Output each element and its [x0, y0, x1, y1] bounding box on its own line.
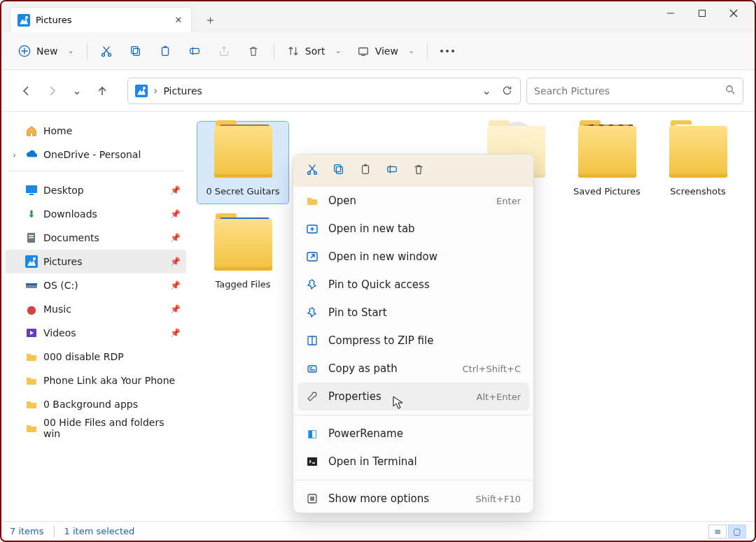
- ctx-label: Copy as path: [328, 362, 398, 375]
- more-icon: [440, 50, 454, 52]
- ctx-open-new-tab[interactable]: Open in new tab: [293, 215, 533, 243]
- terminal-icon: [306, 455, 318, 468]
- new-button[interactable]: New: [11, 38, 81, 64]
- new-tab-icon: [306, 222, 318, 235]
- delete-button[interactable]: [240, 38, 268, 64]
- svg-point-20: [308, 171, 311, 174]
- pin-icon: 📌: [170, 185, 181, 195]
- sidebar-item-downloads[interactable]: ⬇ Downloads 📌: [6, 202, 186, 226]
- search-box[interactable]: Search Pictures: [526, 78, 743, 104]
- cut-icon[interactable]: [306, 163, 318, 178]
- copy-path-icon: [306, 362, 318, 375]
- ctx-pin-start[interactable]: Pin to Start: [293, 299, 533, 327]
- view-icons-button[interactable]: ▢: [728, 525, 746, 539]
- ctx-pin-quick[interactable]: Pin to Quick access: [293, 271, 533, 299]
- rename-icon[interactable]: [386, 163, 398, 178]
- ctx-compress[interactable]: Compress to ZIP file: [293, 327, 533, 355]
- breadcrumb-location[interactable]: Pictures: [163, 85, 202, 97]
- folder-item[interactable]: 0 Secret Guitars: [197, 122, 288, 204]
- ctx-open[interactable]: Open Enter: [293, 187, 533, 215]
- minimize-button[interactable]: [654, 1, 686, 25]
- share-button[interactable]: [211, 38, 239, 64]
- sidebar: Home OneDrive - Personal Desktop 📌 ⬇ Dow…: [1, 112, 190, 521]
- folder-item[interactable]: Saved Pictures: [561, 122, 652, 204]
- recent-dropdown[interactable]: ⌄: [67, 81, 87, 101]
- sort-button[interactable]: Sort: [280, 38, 349, 64]
- address-bar[interactable]: › Pictures ⌄: [127, 78, 521, 104]
- svg-rect-13: [29, 194, 34, 195]
- sidebar-item-folder[interactable]: 00 Hide Files and folders win: [6, 416, 186, 440]
- svg-rect-5: [133, 48, 139, 55]
- sidebar-item-label: Home: [43, 125, 72, 136]
- ctx-label: Open: [328, 194, 356, 207]
- properties-icon: [306, 390, 318, 403]
- address-dropdown-icon[interactable]: ⌄: [482, 84, 491, 97]
- pin-start-icon: [306, 306, 318, 319]
- sidebar-item-documents[interactable]: Documents 📌: [6, 226, 186, 250]
- sidebar-item-os-c[interactable]: OS (C:) 📌: [6, 273, 186, 297]
- forward-button[interactable]: [42, 81, 62, 101]
- ctx-label: Pin to Quick access: [328, 278, 430, 291]
- folder-label: Saved Pictures: [573, 186, 640, 197]
- folder-item[interactable]: Tagged Files: [197, 215, 288, 297]
- view-details-button[interactable]: ≡: [708, 525, 727, 539]
- drive-icon: [25, 279, 38, 292]
- refresh-icon[interactable]: [501, 85, 513, 97]
- ctx-terminal[interactable]: Open in Terminal: [293, 448, 533, 476]
- new-tab-button[interactable]: ＋: [195, 7, 225, 32]
- sidebar-item-label: OS (C:): [43, 280, 78, 291]
- sidebar-item-videos[interactable]: Videos 📌: [6, 321, 186, 345]
- folder-icon: [25, 422, 38, 434]
- folder-label: Screenshots: [670, 186, 726, 197]
- sidebar-home[interactable]: Home: [6, 119, 186, 143]
- tab-close-button[interactable]: ✕: [173, 15, 184, 26]
- cut-button[interactable]: [93, 38, 121, 64]
- ctx-shortcut: Ctrl+Shift+C: [462, 364, 521, 374]
- tab-pictures[interactable]: Pictures ✕: [10, 7, 192, 32]
- more-button[interactable]: [433, 38, 461, 64]
- sidebar-item-label: Documents: [43, 232, 99, 243]
- explorer-window: Pictures ✕ ＋ New: [0, 0, 756, 542]
- ctx-show-more[interactable]: Show more options Shift+F10: [293, 485, 533, 513]
- paste-icon[interactable]: [359, 163, 372, 178]
- ctx-label: Show more options: [328, 492, 429, 505]
- sidebar-item-folder[interactable]: 0 Background apps: [6, 392, 186, 416]
- ctx-label: Open in new tab: [328, 222, 415, 235]
- up-button[interactable]: [92, 81, 112, 101]
- svg-rect-7: [162, 47, 168, 55]
- paste-button[interactable]: [152, 38, 180, 64]
- copy-button[interactable]: [122, 38, 150, 64]
- ctx-copy-path[interactable]: Copy as path Ctrl+Shift+C: [293, 355, 533, 383]
- folder-icon: [25, 398, 38, 411]
- tab-title: Pictures: [36, 15, 71, 25]
- sidebar-item-label: Phone Link aka Your Phone: [43, 375, 175, 386]
- close-button[interactable]: [718, 1, 749, 25]
- pictures-icon: [18, 14, 30, 27]
- pin-icon: 📌: [170, 328, 181, 338]
- folder-item[interactable]: Screenshots: [652, 122, 743, 204]
- copy-icon[interactable]: [332, 163, 345, 178]
- sidebar-item-desktop[interactable]: Desktop 📌: [6, 178, 186, 202]
- ctx-shortcut: Alt+Enter: [477, 392, 521, 402]
- delete-icon[interactable]: [412, 163, 425, 178]
- folder-icon: [25, 374, 38, 387]
- pin-icon: 📌: [170, 257, 181, 266]
- svg-rect-6: [131, 46, 137, 53]
- sidebar-item-folder[interactable]: Phone Link aka Your Phone: [6, 369, 186, 392]
- sidebar-item-music[interactable]: ● Music 📌: [6, 297, 186, 321]
- ctx-open-new-window[interactable]: Open in new window: [293, 243, 533, 271]
- back-button[interactable]: [17, 81, 36, 101]
- pin-icon: 📌: [170, 280, 181, 290]
- rename-button[interactable]: [181, 38, 209, 64]
- ctx-shortcut: Enter: [496, 196, 521, 206]
- sidebar-onedrive[interactable]: OneDrive - Personal: [6, 143, 186, 166]
- view-button[interactable]: View: [350, 38, 421, 64]
- pin-icon: 📌: [170, 233, 181, 243]
- ctx-powerrename[interactable]: ◧ PowerRename: [293, 420, 533, 448]
- sidebar-item-pictures[interactable]: Pictures 📌: [6, 250, 186, 273]
- sidebar-item-folder[interactable]: 000 disable RDP: [6, 345, 186, 369]
- chevron-right-icon: ›: [153, 84, 158, 97]
- svg-point-21: [314, 171, 317, 174]
- maximize-button[interactable]: [686, 1, 718, 25]
- ctx-properties[interactable]: Properties Alt+Enter: [298, 383, 529, 411]
